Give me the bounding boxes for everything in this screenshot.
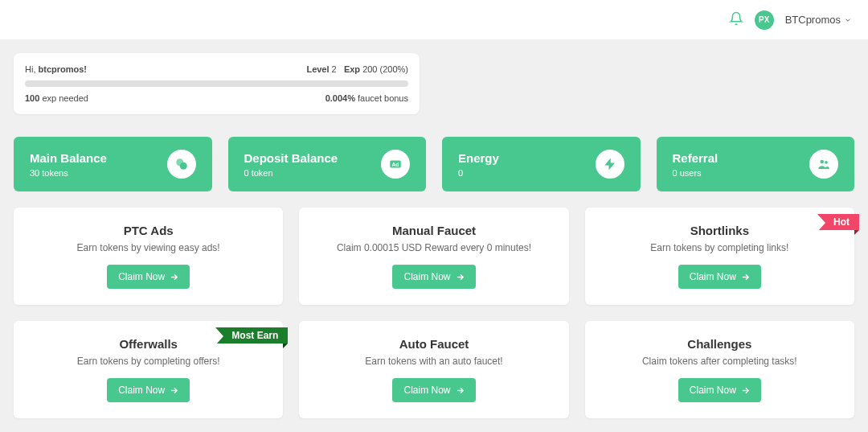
deposit-balance-card: Deposit Balance 0 token Ad — [228, 137, 427, 191]
stat-title: Deposit Balance — [244, 151, 338, 165]
hot-ribbon: Hot — [817, 214, 859, 230]
ptc-ads-card: PTC Ads Earn tokens by viewing easy ads!… — [14, 208, 283, 305]
arrow-right-icon — [456, 386, 465, 395]
experience-progress-bar — [25, 80, 408, 87]
svg-point-1 — [179, 163, 186, 170]
card-desc: Claim 0.00015 USD Reward every 0 minutes… — [312, 242, 555, 253]
offerwalls-card: Most Earn Offerwalls Earn tokens by comp… — [14, 321, 283, 418]
card-desc: Earn tokens by completing offers! — [27, 356, 270, 367]
card-desc: Claim tokens after completing tasks! — [598, 356, 841, 367]
stat-value: 0 users — [673, 168, 719, 178]
bolt-icon — [596, 150, 624, 179]
stat-title: Main Balance — [30, 151, 107, 165]
most-earn-ribbon: Most Earn — [215, 327, 288, 344]
exp-needed-text: 100 exp needed — [25, 93, 88, 103]
arrow-right-icon — [170, 273, 178, 282]
manual-faucet-card: Manual Faucet Claim 0.00015 USD Reward e… — [299, 208, 568, 305]
stat-title: Energy — [458, 151, 499, 165]
challenges-card: Challenges Claim tokens after completing… — [585, 321, 854, 418]
auto-faucet-card: Auto Faucet Earn tokens with an auto fau… — [299, 321, 568, 418]
stat-value: 0 token — [244, 168, 338, 178]
svg-point-4 — [821, 160, 825, 164]
faucet-bonus-text: 0.004% faucet bonus — [326, 93, 408, 103]
card-title: Manual Faucet — [312, 224, 555, 237]
stat-value: 0 — [458, 168, 499, 178]
arrow-right-icon — [741, 386, 750, 395]
card-title: Shortlinks — [598, 224, 841, 237]
svg-point-5 — [825, 161, 828, 164]
level-exp-text: Level 2 Exp 200 (200%) — [306, 64, 408, 74]
card-desc: Earn tokens by completing links! — [598, 242, 841, 253]
claim-now-button[interactable]: Claim Now — [392, 265, 475, 289]
card-desc: Earn tokens by viewing easy ads! — [27, 242, 270, 253]
referral-card: Referral 0 users — [657, 137, 855, 191]
claim-now-button[interactable]: Claim Now — [678, 265, 761, 289]
coins-icon — [167, 150, 196, 179]
chevron-down-icon — [844, 16, 852, 24]
claim-now-button[interactable]: Claim Now — [678, 378, 761, 402]
stat-value: 30 tokens — [30, 168, 107, 178]
card-title: Challenges — [598, 337, 841, 351]
card-desc: Earn tokens with an auto faucet! — [312, 356, 555, 367]
user-menu[interactable]: BTCpromos — [785, 14, 852, 26]
claim-now-button[interactable]: Claim Now — [107, 265, 190, 289]
greeting-text: Hi, btcpromos! — [25, 64, 87, 74]
main-balance-card: Main Balance 30 tokens — [14, 137, 212, 191]
claim-now-button[interactable]: Claim Now — [107, 378, 190, 402]
arrow-right-icon — [741, 273, 750, 282]
username-label: BTCpromos — [785, 14, 841, 26]
experience-card: Hi, btcpromos! Level 2 Exp 200 (200%) 10… — [14, 53, 420, 114]
arrow-right-icon — [456, 273, 465, 282]
claim-now-button[interactable]: Claim Now — [392, 378, 475, 402]
top-header: PX BTCpromos — [0, 0, 868, 39]
users-icon — [809, 150, 838, 179]
stat-title: Referral — [673, 151, 719, 165]
shortlinks-card: Hot Shortlinks Earn tokens by completing… — [585, 208, 854, 305]
card-title: Auto Faucet — [312, 337, 555, 351]
energy-card: Energy 0 — [442, 137, 641, 191]
svg-text:Ad: Ad — [392, 162, 399, 167]
arrow-right-icon — [170, 386, 178, 395]
notification-bell-icon[interactable] — [729, 11, 743, 29]
card-title: PTC Ads — [27, 224, 270, 237]
avatar: PX — [755, 10, 774, 30]
ad-icon: Ad — [381, 150, 410, 179]
